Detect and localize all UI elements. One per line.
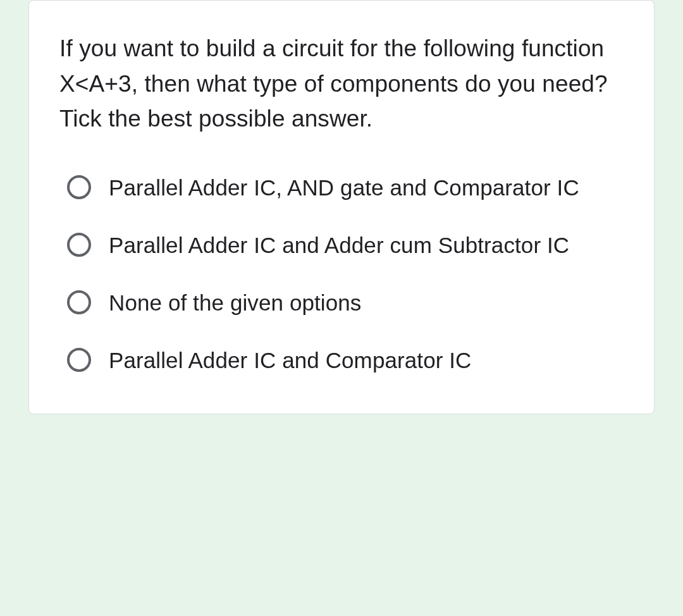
option-label: Parallel Adder IC and Comparator IC <box>109 345 472 376</box>
question-text: If you want to build a circuit for the f… <box>59 31 624 137</box>
option-row-4[interactable]: Parallel Adder IC and Comparator IC <box>67 345 624 376</box>
radio-icon <box>67 290 91 314</box>
option-row-1[interactable]: Parallel Adder IC, AND gate and Comparat… <box>67 172 624 203</box>
option-label: Parallel Adder IC, AND gate and Comparat… <box>109 172 579 203</box>
radio-icon <box>67 233 91 257</box>
radio-icon <box>67 175 91 199</box>
option-label: None of the given options <box>109 287 361 318</box>
question-card: If you want to build a circuit for the f… <box>28 0 655 414</box>
radio-icon <box>67 348 91 372</box>
option-label: Parallel Adder IC and Adder cum Subtract… <box>109 230 569 261</box>
option-row-2[interactable]: Parallel Adder IC and Adder cum Subtract… <box>67 230 624 261</box>
option-row-3[interactable]: None of the given options <box>67 287 624 318</box>
options-container: Parallel Adder IC, AND gate and Comparat… <box>59 172 624 376</box>
